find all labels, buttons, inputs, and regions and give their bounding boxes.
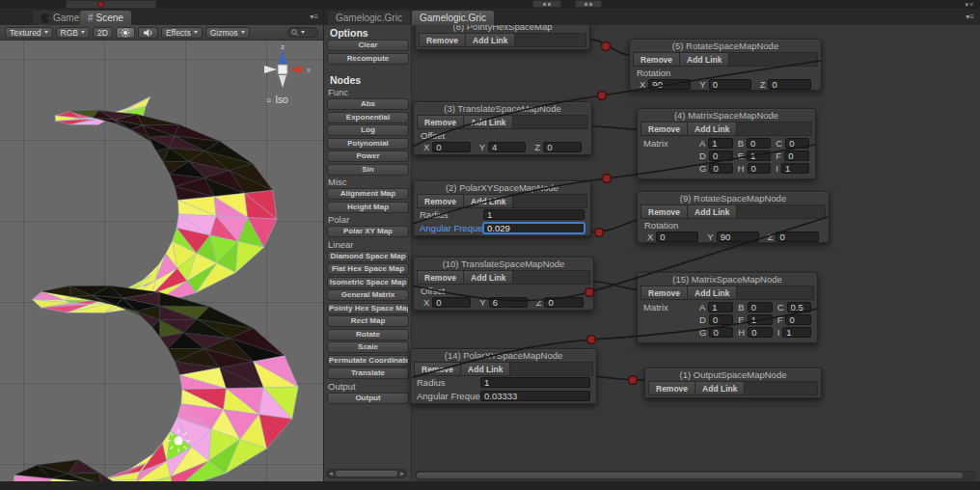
node-5-rotatespacemapnode[interactable]: (5) RotateSpaceMapNode Remove Add Link R…	[629, 39, 822, 91]
gizmo-cube[interactable]	[278, 65, 287, 74]
matrix-h-field[interactable]	[748, 163, 772, 174]
matrix-f-field[interactable]	[785, 314, 811, 325]
add-link-button[interactable]: Add Link	[466, 34, 515, 46]
node-title[interactable]: (10) TranslateSpaceMapNode	[414, 258, 593, 270]
color-mode-dropdown[interactable]: RGB	[56, 27, 90, 39]
scroll-right-icon[interactable]: ►	[399, 470, 405, 477]
abs-button[interactable]: Abs	[327, 98, 409, 110]
scale-button[interactable]: Scale	[327, 341, 409, 353]
connection-dot[interactable]	[595, 229, 604, 237]
matrix-b-field[interactable]	[747, 138, 771, 149]
node-title[interactable]: (15) MatrixSpaceMapNode	[638, 273, 817, 286]
node-title[interactable]: (5) RotateSpaceMapNode	[630, 40, 821, 52]
matrix-b-field[interactable]	[748, 302, 773, 313]
angular-frequency-field[interactable]	[483, 223, 585, 233]
add-link-button[interactable]: Add Link	[688, 286, 737, 299]
rotation-x-field[interactable]	[656, 231, 698, 242]
offset-z-field[interactable]	[544, 297, 584, 308]
rotation-y-field[interactable]	[717, 231, 759, 242]
gizmos-dropdown[interactable]: Gizmos	[205, 27, 250, 39]
tab-gamelogic-gric-1[interactable]: Gamelogic.Gric	[328, 11, 410, 25]
cutoff-button-group-2[interactable]	[575, 0, 602, 8]
remove-button[interactable]: Remove	[415, 363, 461, 375]
z-axis-cone[interactable]	[279, 51, 286, 64]
offset-y-field[interactable]	[489, 297, 528, 308]
node-title[interactable]: (14) PolarXYSpaceMapNode	[411, 349, 596, 362]
tab-game[interactable]: Game	[33, 11, 87, 25]
remove-button[interactable]: Remove	[641, 122, 688, 135]
matrix-d-field[interactable]	[709, 314, 733, 325]
rotation-x-field[interactable]	[648, 79, 691, 90]
node-3-translatespacemapnode[interactable]: (3) TranslateSpaceMapNode Remove Add Lin…	[413, 101, 592, 155]
remove-button[interactable]: Remove	[641, 205, 688, 218]
add-link-button[interactable]: Add Link	[464, 195, 513, 207]
log-button[interactable]: Log	[327, 124, 409, 136]
connection-dot[interactable]	[585, 288, 594, 297]
rect-map-button[interactable]: Rect Map	[327, 315, 409, 327]
node-4-matrixspacemapnode[interactable]: (4) MatrixSpaceMapNode Remove Add Link M…	[637, 108, 816, 179]
matrix-e-field[interactable]	[748, 314, 773, 325]
directional-light-gizmo[interactable]	[164, 426, 193, 455]
add-link-button[interactable]: Add Link	[464, 116, 513, 128]
rotation-y-field[interactable]	[709, 79, 751, 90]
polynomial-button[interactable]: Polynomial	[327, 138, 409, 150]
sidebar-scrollbar[interactable]: ◄ ►	[326, 469, 407, 478]
grid-pane-menu-icon[interactable]: ▾≡	[966, 13, 974, 21]
matrix-a-field[interactable]	[708, 138, 732, 149]
connection-dot[interactable]	[629, 376, 638, 385]
recompute-button[interactable]: Recompute	[327, 53, 409, 65]
matrix-a-field[interactable]	[708, 302, 733, 313]
node-15-matrixspacemapnode[interactable]: (15) MatrixSpaceMapNode Remove Add Link …	[637, 272, 818, 343]
offset-x-field[interactable]	[432, 297, 471, 308]
scene-viewport[interactable]: z x ≡ Iso	[0, 41, 324, 481]
draw-mode-dropdown[interactable]: Textured	[5, 27, 53, 39]
bottom-axis-cone[interactable]	[279, 75, 286, 88]
isometric-space-map-button[interactable]: Isometric Space Map	[327, 277, 409, 288]
node-title[interactable]: (9) RotateSpaceMapNode	[638, 192, 829, 204]
scene-pane-menu-icon[interactable]: ▾≡	[310, 13, 318, 21]
2d-toggle[interactable]: 2D	[93, 27, 113, 39]
remove-button[interactable]: Remove	[418, 195, 464, 207]
radius-field[interactable]	[483, 209, 585, 220]
connection-dot[interactable]	[598, 92, 607, 100]
add-link-button[interactable]: Add Link	[695, 382, 745, 395]
cutoff-button-group-1[interactable]	[532, 0, 561, 8]
node-title[interactable]: (3) TranslateSpaceMapNode	[414, 102, 591, 115]
node-9-rotatespacemapnode[interactable]: (9) RotateSpaceMapNode Remove Add Link R…	[637, 191, 830, 243]
node-title[interactable]: (4) MatrixSpaceMapNode	[638, 109, 815, 122]
scrollbar-thumb[interactable]	[336, 471, 397, 476]
tab-gamelogic-gric-2[interactable]: Gamelogic.Gric	[412, 11, 494, 25]
rotate-button[interactable]: Rotate	[327, 329, 409, 340]
orientation-gizmo[interactable]: z x	[256, 41, 317, 96]
matrix-c-field[interactable]	[787, 302, 811, 313]
add-link-button[interactable]: Add Link	[464, 271, 513, 284]
translate-button[interactable]: Translate	[327, 368, 409, 379]
node-2-polarxyspacemapnode[interactable]: (2) PolarXYSpaceMapNode Remove Add Link …	[413, 180, 591, 236]
remove-button[interactable]: Remove	[420, 34, 466, 46]
remove-button[interactable]: Remove	[649, 382, 695, 395]
scrollbar-thumb[interactable]	[417, 473, 963, 478]
node-14-polarxyspacemapnode[interactable]: (14) PolarXYSpaceMapNode Remove Add Link…	[410, 348, 597, 404]
matrix-i-field[interactable]	[782, 327, 811, 338]
matrix-f-field[interactable]	[784, 150, 809, 161]
remove-button[interactable]: Remove	[418, 116, 464, 128]
lighting-toggle[interactable]	[116, 27, 135, 39]
add-link-button[interactable]: Add Link	[461, 363, 510, 375]
effects-dropdown[interactable]: Effects	[161, 27, 203, 39]
power-button[interactable]: Power	[327, 150, 409, 162]
diamond-space-map-button[interactable]: Diamond Space Map	[327, 251, 409, 262]
matrix-c-field[interactable]	[785, 138, 809, 149]
node-title[interactable]: (1) OutputSpaceMapNode	[645, 368, 821, 381]
polar-xy-map-button[interactable]: Polar XY Map	[327, 226, 409, 237]
matrix-i-field[interactable]	[781, 163, 809, 174]
audio-toggle[interactable]	[138, 27, 158, 39]
scene-search-field[interactable]	[287, 27, 318, 38]
remove-button[interactable]: Remove	[418, 271, 464, 284]
matrix-e-field[interactable]	[747, 150, 771, 161]
offset-y-field[interactable]	[488, 142, 526, 152]
exponential-button[interactable]: Exponential	[327, 112, 409, 123]
permutate-coordinates-button[interactable]: Permutate Coordinates	[327, 355, 409, 367]
rotation-z-field[interactable]	[776, 231, 819, 242]
scroll-left-icon[interactable]: ◄	[328, 470, 334, 477]
projection-label[interactable]: ≡ Iso	[266, 95, 288, 105]
